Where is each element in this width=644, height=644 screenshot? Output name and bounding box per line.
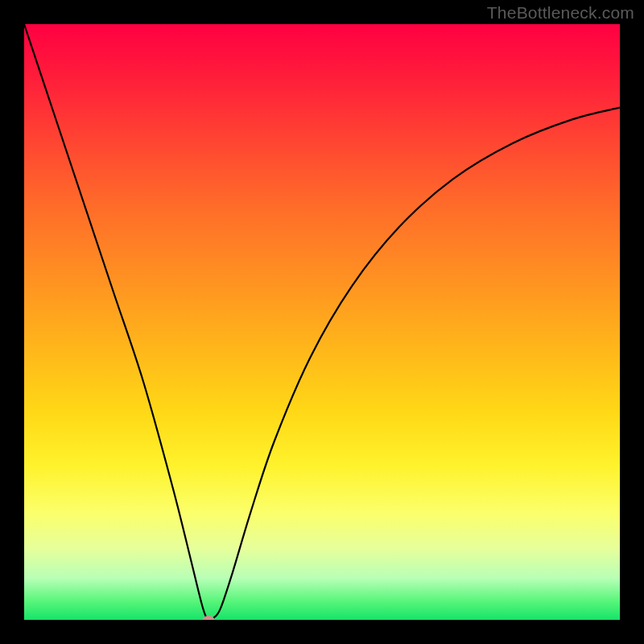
watermark-text: TheBottleneck.com (487, 3, 634, 23)
bottleneck-curve (24, 24, 620, 620)
chart-frame: TheBottleneck.com (0, 0, 644, 644)
plot-area (24, 24, 620, 620)
optimal-point-marker (203, 616, 215, 620)
